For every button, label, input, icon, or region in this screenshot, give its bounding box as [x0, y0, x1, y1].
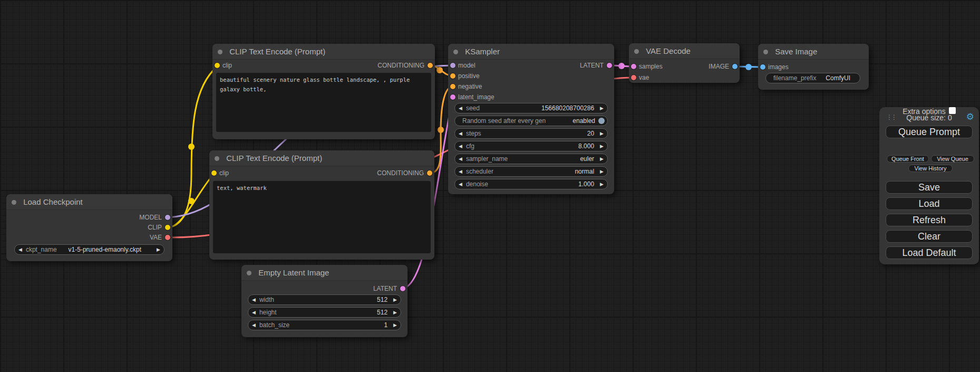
node-load-checkpoint[interactable]: Load Checkpoint MODEL CLIP VAE ◀ ckpt_na… [6, 194, 172, 261]
positive-prompt-textarea[interactable]: beautiful scenery nature glass bottle la… [216, 73, 431, 132]
node-title-bar[interactable]: VAE Decode [629, 43, 740, 59]
node-clip-text-encode-negative[interactable]: CLIP Text Encode (Prompt) clip CONDITION… [209, 150, 434, 260]
node-title-bar[interactable]: CLIP Text Encode (Prompt) [212, 44, 435, 60]
node-vae-decode[interactable]: VAE Decode samples vae IMAGE [629, 43, 740, 83]
node-title-bar[interactable]: KSampler [448, 44, 614, 60]
load-button[interactable]: Load [886, 197, 973, 210]
input-port-vae[interactable]: vae [629, 73, 649, 82]
output-port-latent[interactable]: LATENT [373, 284, 407, 293]
image-port-dot[interactable] [760, 64, 765, 70]
queue-front-button[interactable]: Queue Front [887, 155, 929, 163]
comfyui-canvas[interactable]: { "colors": { "model": "#b39ddb", "clip"… [0, 0, 980, 372]
random-seed-toggle-widget[interactable]: Random seed after every gen enabled [454, 116, 608, 126]
seed-widget[interactable]: ◀ seed 156680208700286 ▶ [454, 103, 608, 113]
output-port-clip[interactable]: CLIP [148, 223, 172, 232]
node-clip-text-encode-positive[interactable]: CLIP Text Encode (Prompt) clip CONDITION… [212, 44, 435, 139]
output-port-model[interactable]: MODEL [139, 213, 172, 222]
output-port-image[interactable]: IMAGE [709, 62, 740, 71]
input-port-positive[interactable]: positive [448, 71, 480, 81]
view-queue-button[interactable]: View Queue [931, 155, 974, 163]
input-port-clip[interactable]: clip [209, 168, 229, 178]
increment-arrow-icon[interactable]: ▶ [390, 297, 401, 302]
image-port-dot[interactable] [732, 64, 738, 69]
increment-arrow-icon[interactable]: ▶ [390, 310, 401, 315]
decrement-arrow-icon[interactable]: ◀ [455, 131, 466, 136]
node-save-image[interactable]: Save Image images filename_prefix ComfyU… [758, 44, 869, 90]
node-ksampler[interactable]: KSampler model positive negative latent_… [448, 44, 614, 194]
decrement-arrow-icon[interactable]: ◀ [455, 156, 466, 161]
vae-port-dot[interactable] [165, 235, 170, 240]
output-port-conditioning[interactable]: CONDITIONING [377, 61, 435, 70]
filename-prefix-widget[interactable]: filename_prefix ComfyUI [765, 73, 860, 83]
node-title-bar[interactable]: CLIP Text Encode (Prompt) [209, 150, 434, 166]
node-empty-latent-image[interactable]: Empty Latent Image LATENT ◀ width 512 ▶ … [241, 265, 407, 337]
conditioning-port-dot[interactable] [428, 63, 433, 68]
collapse-dot-icon[interactable] [218, 50, 222, 54]
refresh-button[interactable]: Refresh [886, 214, 973, 226]
extra-options-checkbox[interactable] [949, 107, 956, 114]
vae-port-dot[interactable] [631, 75, 636, 80]
increment-arrow-icon[interactable]: ▶ [596, 182, 607, 187]
decrement-arrow-icon[interactable]: ◀ [455, 144, 466, 149]
clip-port-dot[interactable] [211, 170, 217, 176]
decrement-arrow-icon[interactable]: ◀ [248, 322, 259, 328]
input-port-samples[interactable]: samples [629, 62, 663, 71]
view-history-button[interactable]: View History [908, 165, 953, 172]
load-default-button[interactable]: Load Default [886, 246, 973, 259]
save-button[interactable]: Save [886, 181, 973, 194]
batch-size-widget[interactable]: ◀ batch_size 1 ▶ [248, 320, 401, 330]
collapse-dot-icon[interactable] [247, 271, 251, 275]
conditioning-port-dot[interactable] [450, 84, 455, 89]
input-port-model[interactable]: model [448, 61, 476, 70]
latent-port-dot[interactable] [631, 64, 636, 69]
collapse-dot-icon[interactable] [215, 156, 219, 161]
decrement-arrow-icon[interactable]: ◀ [248, 310, 259, 315]
output-port-vae[interactable]: VAE [150, 233, 172, 242]
collapse-dot-icon[interactable] [12, 200, 16, 205]
conditioning-port-dot[interactable] [450, 73, 455, 79]
model-port-dot[interactable] [165, 215, 170, 220]
latent-port-dot[interactable] [400, 286, 405, 291]
ckpt-name-widget[interactable]: ◀ ckpt_name v1-5-pruned-emaonly.ckpt ▶ [14, 244, 164, 255]
increment-arrow-icon[interactable]: ▶ [596, 106, 607, 111]
clip-port-dot[interactable] [215, 63, 220, 68]
decrement-arrow-icon[interactable]: ◀ [15, 247, 26, 252]
node-title-bar[interactable]: Save Image [758, 44, 869, 60]
decrement-arrow-icon[interactable]: ◀ [455, 182, 466, 187]
cfg-widget[interactable]: ◀ cfg 8.000 ▶ [454, 141, 608, 151]
increment-arrow-icon[interactable]: ▶ [596, 169, 607, 174]
collapse-dot-icon[interactable] [763, 50, 768, 54]
clear-button[interactable]: Clear [886, 230, 973, 243]
output-port-conditioning[interactable]: CONDITIONING [377, 168, 434, 178]
node-title-bar[interactable]: Load Checkpoint [6, 194, 172, 210]
input-port-negative[interactable]: negative [448, 82, 482, 91]
increment-arrow-icon[interactable]: ▶ [153, 247, 164, 252]
sampler-name-widget[interactable]: ◀ sampler_name euler ▶ [454, 154, 608, 164]
negative-prompt-textarea[interactable]: text, watermark [213, 181, 431, 253]
collapse-dot-icon[interactable] [453, 50, 458, 54]
queue-prompt-button[interactable]: Queue Prompt [886, 126, 973, 138]
model-port-dot[interactable] [450, 63, 455, 68]
gear-icon[interactable]: ⚙ [966, 111, 974, 122]
decrement-arrow-icon[interactable]: ◀ [248, 297, 259, 302]
node-title-bar[interactable]: Empty Latent Image [241, 265, 407, 281]
increment-arrow-icon[interactable]: ▶ [596, 144, 607, 149]
increment-arrow-icon[interactable]: ▶ [596, 131, 607, 136]
collapse-dot-icon[interactable] [634, 49, 639, 54]
increment-arrow-icon[interactable]: ▶ [390, 322, 401, 328]
input-port-latent-image[interactable]: latent_image [448, 92, 494, 102]
denoise-widget[interactable]: ◀ denoise 1.000 ▶ [454, 179, 608, 189]
input-port-clip[interactable]: clip [212, 61, 232, 70]
latent-port-dot[interactable] [607, 63, 612, 68]
latent-port-dot[interactable] [450, 94, 455, 100]
input-port-images[interactable]: images [758, 62, 789, 72]
decrement-arrow-icon[interactable]: ◀ [455, 169, 466, 174]
steps-widget[interactable]: ◀ steps 20 ▶ [454, 128, 608, 139]
output-port-latent[interactable]: LATENT [580, 61, 614, 70]
width-widget[interactable]: ◀ width 512 ▶ [248, 294, 401, 305]
height-widget[interactable]: ◀ height 512 ▶ [248, 307, 401, 318]
queue-panel[interactable]: ⋮⋮ Queue size: 0 ⚙ Queue Prompt Extra op… [879, 107, 979, 264]
increment-arrow-icon[interactable]: ▶ [596, 156, 607, 161]
scheduler-widget[interactable]: ◀ scheduler normal ▶ [454, 166, 608, 177]
clip-port-dot[interactable] [165, 225, 170, 230]
